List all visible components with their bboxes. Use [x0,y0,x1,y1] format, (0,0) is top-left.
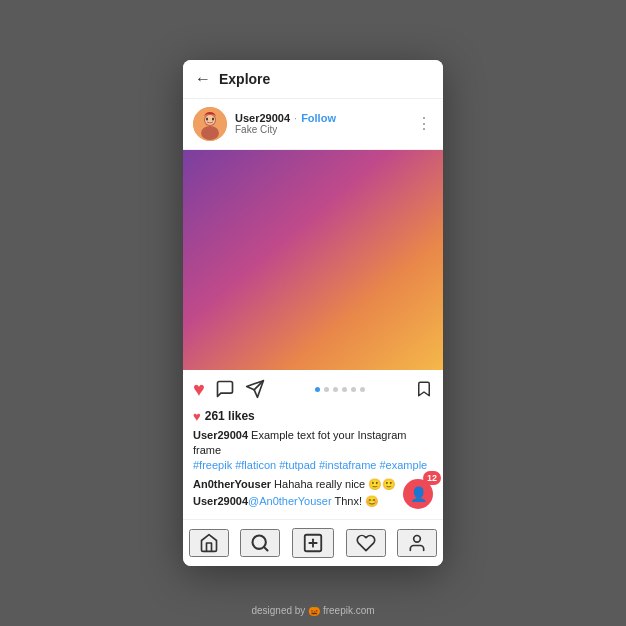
comment-button[interactable] [215,379,235,399]
nav-heart-button[interactable] [346,529,386,557]
dot-5 [351,387,356,392]
bookmark-button[interactable] [415,379,433,399]
caption-username: User29004 [193,429,248,441]
comment2-username: User29004 [193,495,248,507]
action-bar: ♥ [183,370,443,405]
user-header: User29004 · Follow Fake City ⋮ [183,99,443,150]
avatar [193,107,227,141]
comment1-text: Hahaha really nice 🙂🙂 [271,478,396,490]
dot-4 [342,387,347,392]
hashtags: #freepik #flaticon #tutpad #instaframe #… [193,459,427,471]
likes-count: 261 likes [205,409,255,423]
comment1-username: An0therYouser [193,478,271,490]
dot-1 [315,387,320,392]
post-image [183,150,443,370]
back-arrow-icon[interactable]: ← [195,70,211,88]
username-label: User29004 [235,112,290,124]
dot-6 [360,387,365,392]
location-label: Fake City [235,124,416,135]
pagination-dots [265,387,415,392]
like-button[interactable]: ♥ [193,378,205,401]
likes-row: ♥ 261 likes [193,409,433,424]
more-options-icon[interactable]: ⋮ [416,114,433,133]
share-button[interactable] [245,379,265,399]
caption: User29004 Example text fot your Instagra… [193,428,433,474]
dot-3 [333,387,338,392]
user-info: User29004 · Follow Fake City [235,112,416,135]
phone-frame: ← Explore User29004 [183,60,443,567]
comments-section: An0therYouser Hahaha really nice 🙂🙂 User… [193,477,433,512]
nav-home-button[interactable] [189,529,229,557]
likes-heart-icon: ♥ [193,409,201,424]
notification-badge-area: 👤 12 [403,479,433,509]
nav-profile-button[interactable] [397,529,437,557]
nav-search-button[interactable] [240,529,280,557]
post-content: ♥ 261 likes User29004 Example text fot y… [183,405,443,520]
svg-point-5 [212,117,214,120]
follow-button[interactable]: Follow [301,112,336,124]
comment-2: User29004@An0therYouser Thnx! 😊 [193,494,396,509]
comment-1: An0therYouser Hahaha really nice 🙂🙂 [193,477,396,492]
separator: · [294,112,297,124]
top-bar: ← Explore [183,60,443,99]
watermark: designed by 🎃 freepik.com [251,605,374,616]
action-icons-left: ♥ [193,378,265,401]
explore-title: Explore [219,71,270,87]
svg-point-2 [201,126,219,140]
comments-list: An0therYouser Hahaha really nice 🙂🙂 User… [193,477,396,512]
svg-point-13 [414,536,421,543]
comment2-text: Thnx! 😊 [332,495,379,507]
svg-point-4 [206,117,208,120]
notification-count: 12 [423,471,441,485]
nav-add-button[interactable] [292,528,334,558]
dot-2 [324,387,329,392]
comment2-mention: @An0therYouser [248,495,332,507]
svg-line-9 [264,547,268,551]
bottom-nav [183,519,443,566]
